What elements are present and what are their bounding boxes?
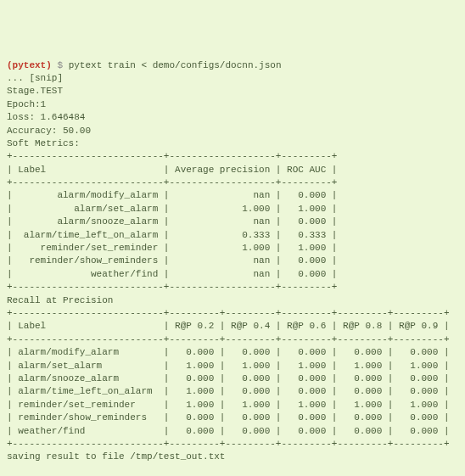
terminal-output: (pytext) $ pytext train < demo/configs/d… bbox=[7, 59, 458, 464]
output-line: | reminder/show_reminders | 0.000 | 0.00… bbox=[7, 412, 458, 424]
output-line: | alarm/modify_alarm | nan | 0.000 | bbox=[7, 189, 458, 202]
output-line: Epoch:1 bbox=[7, 98, 458, 111]
command-text: pytext train < demo/configs/docnn.json bbox=[69, 60, 282, 70]
output-line: | alarm/snooze_alarm | 0.000 | 0.000 | 0… bbox=[7, 372, 458, 385]
output-line: +---------------------------+-----------… bbox=[7, 176, 458, 189]
output-line: | alarm/time_left_on_alarm | 0.333 | 0.3… bbox=[7, 229, 458, 242]
output-line: +---------------------------+---------+-… bbox=[7, 333, 458, 346]
output-line: +---------------------------+-----------… bbox=[7, 281, 458, 294]
output-line: +---------------------------+---------+-… bbox=[7, 307, 458, 320]
output-line: | alarm/set_alarm | 1.000 | 1.000 | bbox=[7, 203, 458, 216]
output-line: | Label | R@P 0.2 | R@P 0.4 | R@P 0.6 | … bbox=[7, 320, 458, 333]
output-line: | alarm/set_alarm | 1.000 | 1.000 | 1.00… bbox=[7, 360, 458, 372]
prompt-line: (pytext) $ pytext train < demo/configs/d… bbox=[7, 59, 458, 72]
output-line: | weather/find | nan | 0.000 | bbox=[7, 268, 458, 281]
prompt-env: (pytext) bbox=[7, 60, 52, 70]
output-line: Accuracy: 50.00 bbox=[7, 125, 458, 137]
output-line: | alarm/snooze_alarm | nan | 0.000 | bbox=[7, 216, 458, 228]
prompt-symbol: $ bbox=[57, 60, 63, 70]
output-line: Recall at Precision bbox=[7, 294, 458, 307]
output-line: +---------------------------+---------+-… bbox=[7, 438, 458, 451]
output-line: | alarm/time_left_on_alarm | 1.000 | 0.0… bbox=[7, 385, 458, 398]
output-line: | reminder/set_reminder | 1.000 | 1.000 … bbox=[7, 242, 458, 255]
output-line: | reminder/set_reminder | 1.000 | 1.000 … bbox=[7, 399, 458, 412]
output-line: | Label | Average precision | ROC AUC | bbox=[7, 164, 458, 176]
output-line: | reminder/show_reminders | nan | 0.000 … bbox=[7, 255, 458, 267]
output-line: loss: 1.646484 bbox=[7, 111, 458, 124]
output-line: ... [snip] bbox=[7, 72, 458, 85]
output-line: Stage.TEST bbox=[7, 85, 458, 98]
output-line: +---------------------------+-----------… bbox=[7, 150, 458, 163]
output-line: Soft Metrics: bbox=[7, 137, 458, 150]
output-line: | alarm/modify_alarm | 0.000 | 0.000 | 0… bbox=[7, 346, 458, 359]
output-line: | weather/find | 0.000 | 0.000 | 0.000 |… bbox=[7, 425, 458, 438]
output-line: saving result to file /tmp/test_out.txt bbox=[7, 451, 458, 463]
